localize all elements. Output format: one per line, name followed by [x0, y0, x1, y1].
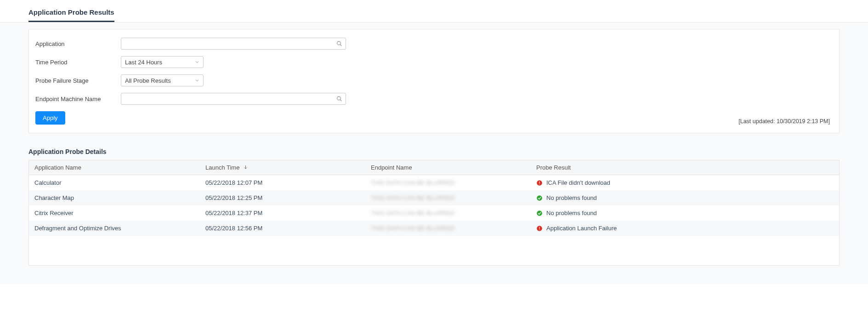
svg-rect-6: [539, 181, 539, 183]
cell-launch-time: 05/22/2018 12:25 PM: [200, 190, 365, 205]
cell-application-name: Citrix Receiver: [29, 205, 200, 221]
svg-point-8: [537, 195, 542, 201]
cell-launch-time: 05/22/2018 12:07 PM: [200, 175, 365, 191]
cell-probe-result: ICA File didn't download: [531, 175, 839, 191]
application-input[interactable]: [121, 38, 346, 50]
check-circle-icon: [536, 195, 543, 201]
column-header-launch-time[interactable]: Launch Time: [200, 160, 365, 175]
svg-rect-12: [539, 229, 539, 230]
probe-failure-stage-select[interactable]: All Probe Results: [121, 74, 204, 86]
cell-application-name: Calculator: [29, 175, 200, 191]
table-row[interactable]: Character Map05/22/2018 12:25 PMTHIS DAT…: [29, 190, 839, 205]
alert-circle-icon: [536, 180, 543, 186]
cell-endpoint-name: THIS DATA CAN BE BLURRED: [365, 175, 531, 191]
probe-details-table: Application Name Launch Time Endpoint Na…: [28, 160, 840, 266]
svg-rect-11: [539, 227, 539, 229]
cell-application-name: Character Map: [29, 190, 200, 205]
svg-point-9: [537, 211, 542, 216]
table-row[interactable]: Calculator05/22/2018 12:07 PMTHIS DATA C…: [29, 175, 839, 191]
tab-application-probe-results[interactable]: Application Probe Results: [28, 8, 114, 22]
label-probe-failure-stage: Probe Failure Stage: [35, 77, 121, 84]
cell-endpoint-name: THIS DATA CAN BE BLURRED: [365, 190, 531, 205]
tab-bar: Application Probe Results: [0, 0, 868, 23]
column-header-probe-result[interactable]: Probe Result: [531, 160, 839, 175]
alert-circle-icon: [536, 225, 543, 232]
endpoint-machine-name-input[interactable]: [121, 93, 346, 105]
cell-launch-time: 05/22/2018 12:37 PM: [200, 205, 365, 221]
last-updated: [Last updated: 10/30/2019 2:13 PM]: [738, 118, 830, 125]
label-endpoint-machine-name: Endpoint Machine Name: [35, 96, 121, 102]
cell-probe-result: Application Launch Failure: [531, 221, 839, 236]
time-period-select[interactable]: Last 24 Hours: [121, 56, 204, 68]
cell-launch-time: 05/22/2018 12:56 PM: [200, 221, 365, 236]
label-time-period: Time Period: [35, 59, 121, 66]
sort-arrow-down-icon: [243, 165, 248, 170]
table-row[interactable]: Defragment and Optimize Drives05/22/2018…: [29, 221, 839, 236]
section-title-probe-details: Application Probe Details: [28, 148, 840, 155]
label-application: Application: [35, 40, 121, 47]
svg-rect-7: [539, 184, 539, 184]
table-row[interactable]: Citrix Receiver05/22/2018 12:37 PMTHIS D…: [29, 205, 839, 221]
cell-endpoint-name: THIS DATA CAN BE BLURRED: [365, 205, 531, 221]
check-circle-icon: [536, 210, 543, 216]
cell-probe-result: No problems found: [531, 205, 839, 221]
cell-probe-result: No problems found: [531, 190, 839, 205]
cell-application-name: Defragment and Optimize Drives: [29, 221, 200, 236]
filter-card: Application Time Period Last 24 Hours: [28, 29, 840, 133]
apply-button[interactable]: Apply: [35, 111, 65, 125]
column-header-endpoint-name[interactable]: Endpoint Name: [365, 160, 531, 175]
column-header-application-name[interactable]: Application Name: [29, 160, 200, 175]
cell-endpoint-name: THIS DATA CAN BE BLURRED: [365, 221, 531, 236]
